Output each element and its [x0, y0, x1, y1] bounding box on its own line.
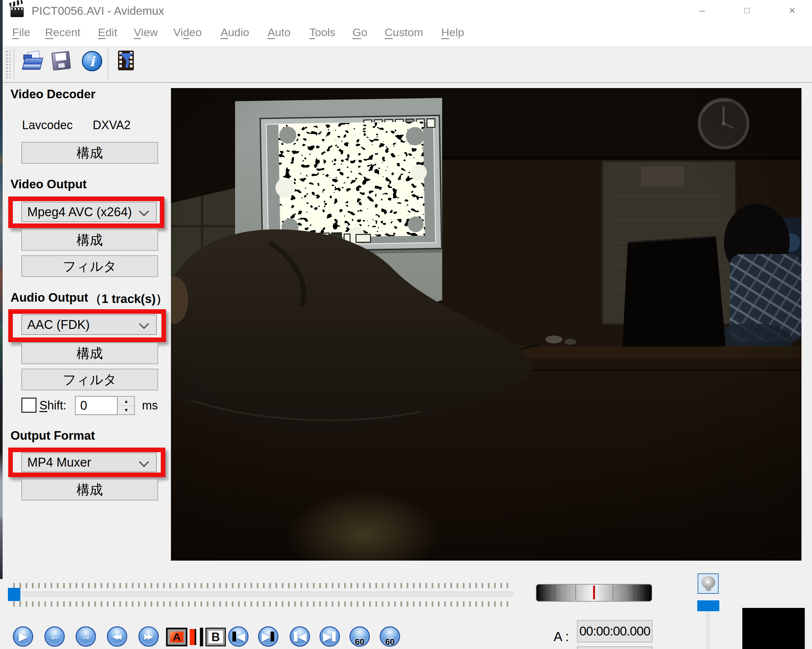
menu-auto[interactable]: Auto [268, 26, 291, 39]
menu-go[interactable]: Go [353, 26, 367, 39]
chevron-down-icon [139, 319, 149, 329]
audio-shift-unit-label: ms [142, 399, 158, 413]
video-output-title: Video Output [11, 177, 87, 191]
set-marker-a-button[interactable]: A [166, 628, 188, 646]
audio-output-filters-button[interactable]: フィルタ [21, 369, 158, 390]
avidemux-clapperboard-icon [11, 3, 26, 18]
output-format-value: MP4 Muxer [27, 456, 91, 469]
menu-recent[interactable]: Recent [45, 26, 81, 39]
toolbar-drag-handle[interactable] [5, 50, 11, 78]
title-bar: PICT0056.AVI - Avidemux – □ × [3, 0, 812, 21]
audio-output-title: Audio Output [11, 291, 88, 305]
audio-tracks-count: （1 track(s)） [89, 291, 168, 307]
next-black-frame-button[interactable]: ▶ [258, 626, 278, 647]
menu-tools[interactable]: Tools [309, 26, 335, 39]
spinner-up-icon[interactable]: ▲ [118, 397, 134, 406]
video-filters-button[interactable] [115, 50, 136, 71]
toolbar: i [3, 46, 812, 83]
mute-toggle-button[interactable] [698, 573, 719, 594]
audio-output-configure-button[interactable]: 構成 [21, 343, 158, 364]
chevron-down-icon [139, 457, 149, 467]
audio-output-codec-value: AAC (FDK) [27, 318, 90, 332]
play-button[interactable]: ▶ [13, 626, 33, 647]
info-icon: i [82, 51, 102, 71]
marker-a-time-label: A : [554, 629, 569, 644]
menu-custom[interactable]: Custom [385, 26, 423, 39]
output-format-title: Output Format [11, 429, 95, 443]
previous-frame-button[interactable]: ← [44, 626, 65, 647]
frame-bar-icon [294, 632, 298, 641]
previous-black-frame-button[interactable]: ◀ [228, 626, 249, 647]
next-frame-button[interactable]: → [76, 626, 96, 647]
previous-keyframe-button[interactable]: ◀◀ [107, 626, 127, 647]
shuttle-center-marker [593, 586, 595, 599]
marker-b-time-field-partial[interactable] [577, 646, 653, 649]
forward-one-minute-button[interactable]: → 60 [380, 626, 400, 647]
volume-slider-handle[interactable] [697, 600, 719, 611]
decoder-dxva2-label[interactable]: DXVA2 [93, 118, 131, 132]
audio-shift-label: Shift: [40, 399, 66, 413]
shuttle-dial[interactable] [536, 584, 652, 602]
marker-a-time-field[interactable]: 00:00:00.000 [577, 620, 653, 643]
timeline-track[interactable] [13, 591, 513, 596]
menu-video[interactable]: Video [173, 26, 201, 39]
output-format-configure-button[interactable]: 構成 [21, 479, 158, 500]
video-frame-scene [171, 88, 801, 561]
window-title: PICT0056.AVI - Avidemux [32, 4, 164, 17]
set-marker-b-button[interactable]: B [206, 628, 226, 646]
menu-bar: File Recent Edit View Video Audio Auto T… [3, 21, 812, 47]
menu-view[interactable]: View [134, 26, 158, 39]
video-output-codec-select[interactable]: Mpeg4 AVC (x264) [21, 202, 157, 222]
audio-shift-spinner[interactable]: ▲ ▼ [118, 396, 135, 415]
black-preview-box [742, 608, 805, 649]
minimize-icon: – [699, 5, 705, 16]
background-window-sliver [0, 0, 3, 579]
maximize-button[interactable]: □ [725, 0, 769, 21]
first-frame-button[interactable]: ◀ [290, 626, 310, 647]
output-format-select[interactable]: MP4 Muxer [21, 452, 157, 472]
minimize-button[interactable]: – [679, 0, 725, 21]
timeline-ticks [13, 583, 513, 588]
menu-file[interactable]: File [12, 26, 30, 39]
audio-shift-checkbox[interactable] [21, 398, 37, 413]
video-decoder-title: Video Decoder [11, 87, 95, 101]
chevron-down-icon [139, 206, 149, 216]
video-output-configure-button[interactable]: 構成 [21, 229, 158, 251]
avidemux-window: PICT0056.AVI - Avidemux – □ × File Recen… [0, 0, 812, 649]
timeline-ticks [13, 601, 513, 606]
toolbar-separator [14, 49, 14, 79]
open-file-button[interactable] [22, 50, 43, 71]
menu-edit[interactable]: Edit [98, 26, 118, 39]
toolbar-separator [107, 49, 108, 79]
menu-audio[interactable]: Audio [221, 26, 249, 39]
menu-help[interactable]: Help [441, 26, 464, 39]
decoder-lavcodec-label[interactable]: Lavcodec [22, 118, 73, 132]
marker-a-stripe-icon [190, 629, 196, 645]
save-button[interactable] [50, 50, 71, 71]
marker-b-bar-icon [200, 628, 203, 646]
maximize-icon: □ [745, 5, 750, 15]
next-keyframe-button[interactable]: ▶▶ [138, 626, 159, 647]
last-frame-button[interactable]: ▶ [319, 626, 340, 647]
volume-slider-track[interactable] [707, 611, 710, 649]
close-button[interactable]: × [769, 0, 812, 21]
audio-output-codec-select[interactable]: AAC (FDK) [21, 314, 157, 335]
information-button[interactable]: i [81, 50, 102, 71]
video-output-codec-value: Mpeg4 AVC (x264) [27, 205, 132, 219]
frame-bar-icon [270, 632, 274, 641]
frame-bar-icon [232, 632, 236, 641]
audio-shift-ms-input[interactable] [75, 396, 118, 415]
back-one-minute-button[interactable]: ← 60 [350, 626, 370, 647]
timeline-slider-handle[interactable] [8, 588, 20, 601]
video-preview [171, 88, 801, 561]
video-decoder-configure-button[interactable]: 構成 [21, 142, 158, 164]
video-output-filters-button[interactable]: フィルタ [21, 255, 158, 277]
frame-bar-icon [332, 632, 336, 641]
close-icon: × [789, 4, 795, 17]
spinner-down-icon[interactable]: ▼ [118, 406, 134, 415]
